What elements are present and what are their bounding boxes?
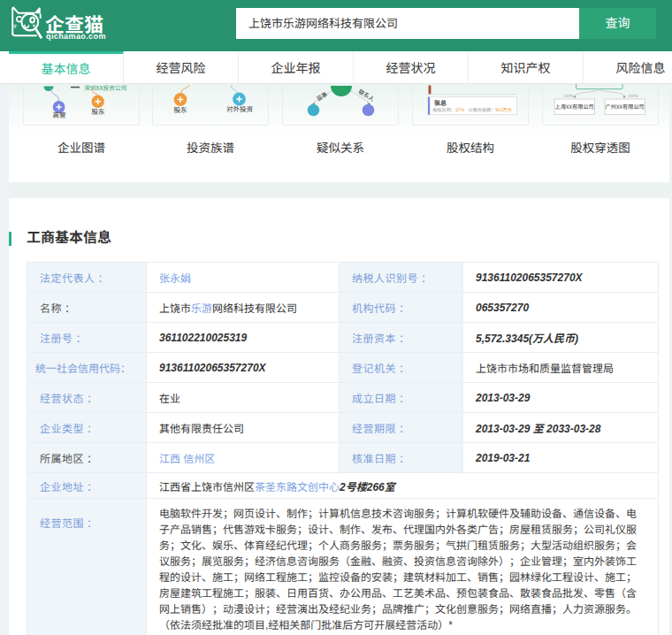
svg-text:联系人: 联系人 (357, 87, 377, 103)
svg-text:张总: 张总 (434, 98, 447, 107)
svg-text:股东: 股东 (92, 106, 105, 116)
svg-text:广州XX有限公司: 广州XX有限公司 (606, 103, 645, 111)
svg-text:100%: 100% (628, 93, 638, 98)
svg-text:对外投资: 对外投资 (226, 103, 253, 113)
svg-text:深圳XX投资公司: 深圳XX投资公司 (84, 84, 127, 92)
svg-text:监事: 监事 (315, 88, 330, 103)
svg-text:上海XX有限公司: 上海XX有限公司 (555, 103, 594, 111)
svg-text:100%: 100% (563, 93, 574, 98)
svg-text:股东: 股东 (174, 104, 187, 114)
svg-text:股权比例：27%认缴出资额：563万元: 股权比例：27%认缴出资额：563万元 (433, 106, 512, 112)
svg-text:高管: 高管 (53, 110, 66, 119)
